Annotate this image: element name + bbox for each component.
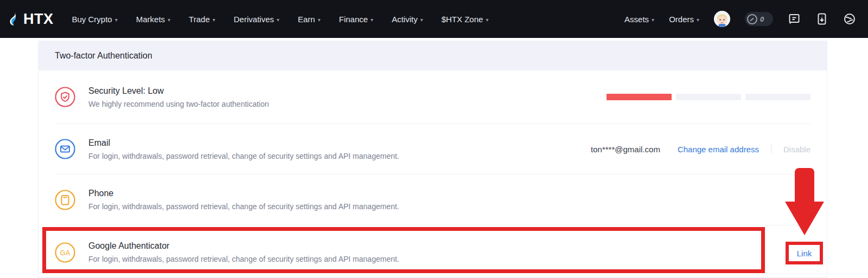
nav-item-activity[interactable]: Activity▾ bbox=[392, 15, 423, 24]
nav-item-derivatives[interactable]: Derivatives▾ bbox=[234, 15, 279, 24]
security-level-title: Security Level: Low bbox=[88, 86, 269, 96]
security-progress bbox=[602, 94, 810, 100]
security-level-row: Security Level: Low We highly recommend … bbox=[39, 70, 827, 124]
highlight-rectangle-link-button: Link bbox=[786, 242, 823, 264]
chevron-down-icon: ▾ bbox=[213, 17, 215, 23]
google-authenticator-title: Google Authenticator bbox=[88, 241, 399, 251]
email-description: For login, withdrawals, password retriev… bbox=[88, 152, 399, 160]
chevron-down-icon: ▾ bbox=[168, 17, 170, 23]
htx-logo[interactable]: HTX bbox=[8, 11, 54, 28]
email-actions: ton****@gmail.com Change email address D… bbox=[591, 145, 810, 154]
two-factor-auth-panel: Two-factor Authentication Security Level… bbox=[38, 41, 827, 278]
security-shield-icon bbox=[55, 87, 75, 107]
svg-text:GA: GA bbox=[60, 249, 71, 257]
google-authenticator-text: Google Authenticator For login, withdraw… bbox=[88, 241, 399, 263]
chevron-down-icon: ▾ bbox=[486, 17, 488, 23]
email-icon bbox=[55, 139, 75, 159]
support-chat-icon[interactable] bbox=[788, 12, 801, 25]
security-progress-segment bbox=[607, 94, 672, 100]
nav-item-assets[interactable]: Assets▾ bbox=[624, 15, 654, 24]
disable-email-button[interactable]: Disable bbox=[783, 145, 810, 154]
email-row: Email For login, withdrawals, password r… bbox=[39, 124, 827, 174]
vertical-divider bbox=[771, 145, 771, 153]
panel-header: Two-factor Authentication bbox=[39, 41, 827, 70]
link-google-authenticator-button[interactable]: Link bbox=[797, 249, 812, 258]
nav-item-htx-zone[interactable]: $HTX Zone▾ bbox=[442, 15, 489, 24]
security-progress-segment bbox=[745, 94, 810, 100]
google-authenticator-icon: GA bbox=[55, 242, 75, 263]
top-navbar: HTX Buy Crypto▾ Markets▾ Trade▾ Derivati… bbox=[0, 0, 868, 38]
chevron-down-icon: ▾ bbox=[318, 17, 321, 23]
htx-flame-icon bbox=[8, 12, 21, 25]
phone-row: Phone For login, withdrawals, password r… bbox=[39, 174, 827, 225]
chevron-down-icon: ▾ bbox=[420, 17, 423, 23]
avatar-image bbox=[714, 11, 730, 27]
chevron-down-icon: ▾ bbox=[277, 17, 279, 23]
app-download-icon[interactable] bbox=[815, 12, 828, 25]
nav-item-finance[interactable]: Finance▾ bbox=[339, 15, 373, 24]
phone-title: Phone bbox=[88, 189, 399, 198]
chevron-down-icon: ▾ bbox=[115, 17, 118, 23]
main-nav-menu: Buy Crypto▾ Markets▾ Trade▾ Derivatives▾… bbox=[72, 15, 489, 24]
phone-icon bbox=[55, 190, 75, 210]
red-arrow-icon bbox=[795, 168, 814, 203]
points-badge[interactable]: 0 bbox=[745, 12, 773, 26]
google-authenticator-description: For login, withdrawals, password retriev… bbox=[88, 255, 399, 263]
masked-email-value: ton****@gmail.com bbox=[591, 145, 660, 154]
nav-item-trade[interactable]: Trade▾ bbox=[189, 15, 215, 24]
navbar-right-section: Assets▾ Orders▾ 0 bbox=[624, 11, 856, 27]
phone-text: Phone For login, withdrawals, password r… bbox=[88, 189, 399, 211]
coin-icon bbox=[747, 14, 757, 24]
chevron-down-icon: ▾ bbox=[652, 17, 654, 23]
google-authenticator-row: GA Google Authenticator For login, withd… bbox=[39, 225, 827, 278]
nav-item-markets[interactable]: Markets▾ bbox=[136, 15, 170, 24]
email-title: Email bbox=[88, 138, 399, 148]
email-text: Email For login, withdrawals, password r… bbox=[88, 138, 399, 160]
security-level-description: We highly recommend using two-factor aut… bbox=[88, 100, 269, 108]
chevron-down-icon: ▾ bbox=[697, 17, 699, 23]
nav-item-orders[interactable]: Orders▾ bbox=[669, 15, 699, 24]
panel-title: Two-factor Authentication bbox=[55, 51, 152, 61]
nav-item-buy-crypto[interactable]: Buy Crypto▾ bbox=[72, 15, 118, 24]
nav-item-earn[interactable]: Earn▾ bbox=[298, 15, 321, 24]
chevron-down-icon: ▾ bbox=[371, 17, 373, 23]
brand-name: HTX bbox=[23, 11, 54, 28]
phone-description: For login, withdrawals, password retriev… bbox=[88, 202, 399, 211]
points-count: 0 bbox=[760, 15, 764, 23]
user-avatar[interactable] bbox=[714, 11, 730, 27]
red-arrow-icon bbox=[785, 202, 824, 235]
security-settings-page: HTX Buy Crypto▾ Markets▾ Trade▾ Derivati… bbox=[0, 0, 868, 278]
security-progress-segment bbox=[676, 94, 741, 100]
change-email-link[interactable]: Change email address bbox=[678, 145, 759, 154]
security-level-text: Security Level: Low We highly recommend … bbox=[88, 86, 269, 108]
language-globe-icon[interactable] bbox=[843, 12, 856, 25]
